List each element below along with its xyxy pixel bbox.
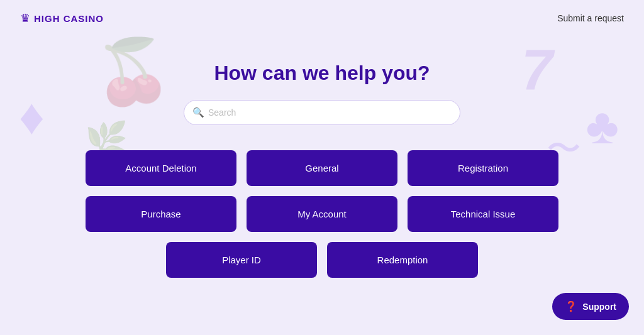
- hero-title: How can we help you?: [214, 62, 430, 85]
- support-button[interactable]: ❓ Support: [552, 293, 629, 320]
- category-redemption[interactable]: Redemption: [327, 242, 478, 278]
- category-technical-issue[interactable]: Technical Issue: [408, 196, 558, 232]
- category-account-deletion[interactable]: Account Deletion: [86, 150, 236, 186]
- support-label: Support: [582, 302, 616, 312]
- category-registration[interactable]: Registration: [408, 150, 558, 186]
- categories-grid: Account Deletion General Registration Pu…: [86, 150, 558, 278]
- category-purchase[interactable]: Purchase: [86, 196, 236, 232]
- support-icon: ❓: [565, 300, 577, 312]
- submit-request-link[interactable]: Submit a request: [557, 13, 624, 23]
- last-row: Player ID Redemption: [86, 242, 558, 278]
- search-icon: 🔍: [192, 107, 204, 118]
- category-player-id[interactable]: Player ID: [166, 242, 317, 278]
- header: ♛ HIGH CASINO Submit a request: [0, 0, 644, 36]
- logo-crown-icon: ♛: [20, 11, 30, 25]
- category-general[interactable]: General: [247, 150, 397, 186]
- category-my-account[interactable]: My Account: [247, 196, 397, 232]
- search-container: 🔍: [184, 100, 460, 125]
- search-input[interactable]: [184, 100, 460, 125]
- logo-text: HIGH CASINO: [34, 13, 104, 24]
- logo: ♛ HIGH CASINO: [20, 11, 104, 25]
- main-content: How can we help you? 🔍 Account Deletion …: [0, 36, 644, 278]
